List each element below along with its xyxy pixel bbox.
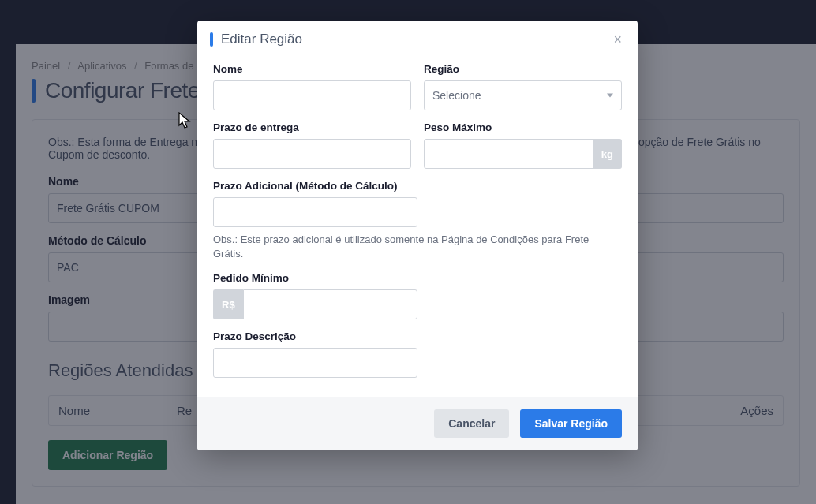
- modal-prazo-desc-label: Prazo Descrição: [213, 330, 622, 342]
- modal-nome-label: Nome: [213, 63, 411, 75]
- modal-peso-input[interactable]: [424, 139, 593, 169]
- modal-prazo-adicional-input[interactable]: [213, 197, 417, 227]
- modal-regiao-value: Selecione: [432, 89, 481, 102]
- modal-prazo-desc-input[interactable]: [213, 348, 417, 378]
- cancel-button[interactable]: Cancelar: [434, 409, 509, 438]
- modal-pedido-min-label: Pedido Mínimo: [213, 272, 622, 284]
- modal-regiao-label: Região: [424, 63, 622, 75]
- modal-prazo-input[interactable]: [213, 139, 411, 169]
- modal-pedido-min-input[interactable]: [243, 289, 417, 319]
- prazo-adicional-note: Obs.: Este prazo adicional é utilizado s…: [213, 233, 622, 261]
- modal-nome-input[interactable]: [213, 80, 411, 110]
- modal-regiao-select[interactable]: Selecione: [424, 80, 622, 110]
- edit-region-modal: Editar Região × Nome Região Selecione Pr…: [197, 21, 638, 450]
- modal-prazo-adicional-label: Prazo Adicional (Método de Cálculo): [213, 180, 622, 192]
- currency-addon: R$: [213, 289, 243, 319]
- chevron-down-icon: [607, 94, 613, 98]
- modal-title: Editar Região: [221, 32, 613, 47]
- modal-peso-label: Peso Máximo: [424, 121, 622, 133]
- modal-accent-bar: [210, 32, 213, 47]
- peso-unit-addon: kg: [593, 139, 622, 169]
- close-icon[interactable]: ×: [613, 32, 622, 47]
- modal-footer: Cancelar Salvar Região: [197, 397, 638, 450]
- modal-header: Editar Região ×: [197, 21, 638, 58]
- modal-body: Nome Região Selecione Prazo de entrega P…: [197, 58, 638, 397]
- save-region-button[interactable]: Salvar Região: [520, 409, 622, 438]
- modal-prazo-label: Prazo de entrega: [213, 121, 411, 133]
